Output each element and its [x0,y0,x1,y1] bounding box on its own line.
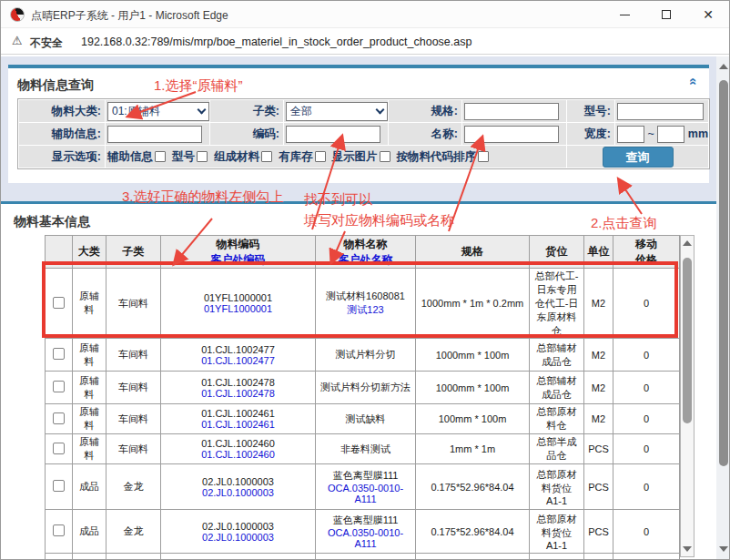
customer-code-link[interactable]: 01.CJL.1002478 [165,388,311,399]
row-checkbox[interactable] [53,524,65,536]
cell-category: 原辅料 [73,434,106,464]
maximize-button[interactable] [645,1,687,28]
cell-name: HCPET75-HT480 [316,554,416,560]
cell-spec: 100mm * 100m [416,404,530,434]
page-scroll-up-icon[interactable] [719,64,728,69]
column-header-1: 大类 [73,236,106,269]
display-option-checkbox[interactable] [261,151,272,162]
cell-spec: 1mm * 1m [416,434,530,464]
customer-code-link[interactable]: 01.CJL.1002461 [165,419,311,430]
material-category-select[interactable]: 01:原辅料 [107,102,209,121]
table-row-7: 01.FRM.1000002 100MM*40MHCPET75-HT480总部原… [46,554,680,560]
cell-code: 01YFL100000101YFL1000001 [161,269,316,339]
display-option-checkbox[interactable] [478,151,489,162]
title-bar: 点晴ERP子系统 - 用户1 - Microsoft Edge ✕ [1,1,729,28]
material-category-label: 物料大类: [19,100,105,122]
row-checkbox[interactable] [53,412,65,424]
minimize-button[interactable] [603,1,645,28]
cell-location: 总部原材料货位 A1-1 [530,464,584,510]
cell-category: 原辅料 [73,339,106,372]
name-label: 名称: [389,123,461,145]
cell-unit: PCS [584,434,613,464]
aux-info-input[interactable] [107,126,202,143]
cell-spec: 0.175*52.96*84.04 [416,464,530,510]
cell-unit: PCS [584,464,613,510]
material-table-panel: 物料基本信息 大类子类物料编码客户处编码物料名称客户处名称规格货位单位移动价格 … [1,204,716,560]
cell-location: 总部辅材成品仓 [530,339,584,372]
security-warning-label: 不安全 [30,36,63,51]
query-panel: 物料信息查询 » 物料大类: 01:原辅料 子类: 全部 规格: 型号: [8,65,709,183]
row-checkbox[interactable] [53,381,65,392]
display-option-label: 型号 [172,149,195,165]
display-option-checkbox[interactable] [315,151,326,162]
security-warning-icon[interactable]: ⚠ [12,34,23,47]
customer-code-link[interactable]: 02.JL0.1000003 [165,487,311,498]
display-option-checkbox[interactable] [155,151,166,162]
row-checkbox[interactable] [53,443,65,454]
page-content: 物料信息查询 » 物料大类: 01:原辅料 子类: 全部 规格: 型号: [1,56,730,560]
width-to-input[interactable] [657,126,684,143]
row-checkbox[interactable] [53,348,65,360]
cell-unit [584,554,613,560]
model-label: 型号: [567,100,614,122]
customer-name-link[interactable]: OCA.0350-0010-A111 [319,483,411,504]
table-scrollbar[interactable] [680,235,695,557]
customer-code-link[interactable]: 01YFL1000001 [165,303,311,314]
cell-price: 0 [613,404,680,434]
url-text[interactable]: 192.168.0.32:789/mis/mrp/boe_materiel_in… [81,36,471,48]
name-input[interactable] [464,126,559,143]
material-name: 蓝色离型膜111 [319,514,411,527]
width-unit: mm [688,127,708,139]
table-row-5: 成品金龙02.JL0.100000302.JL0.1000003蓝色离型膜111… [46,464,680,510]
display-option-label: 辅助信息 [107,149,153,165]
column-header-0 [46,236,73,269]
row-checkbox[interactable] [53,297,65,309]
column-header-7: 单位 [584,236,613,269]
page-scrollbar-thumb[interactable] [719,80,728,466]
cell-subcategory: 车间料 [106,372,161,404]
customer-code-link[interactable]: 01.CJL.1002460 [165,449,311,460]
customer-name-link[interactable]: OCA.0350-0010-A111 [319,527,411,549]
material-code: 01.CJL.1002478 [165,377,311,388]
customer-name-link[interactable]: 测试123 [319,303,411,317]
cell-spec: 0.175*52.96*84.04 [416,510,530,554]
material-code: 02.JL0.1000003 [165,521,311,532]
query-form: 物料大类: 01:原辅料 子类: 全部 规格: 型号: 辅助信息: 编码: 名称… [17,98,710,169]
cell-location: 总部原材料货位 A1-1 [530,510,584,554]
display-option-0: 辅助信息 [107,149,166,165]
scroll-down-icon[interactable] [683,546,692,552]
row-checkbox[interactable] [53,480,65,492]
cell-price: 0 [613,372,680,404]
cell-price: 0 [613,464,680,510]
model-input[interactable] [617,103,704,120]
close-icon: ✕ [703,8,714,21]
address-bar[interactable]: ⚠ 不安全 192.168.0.32:789/mis/mrp/boe_mater… [1,28,729,55]
cell-code: 01.FRM.1000002 100MM*40M [161,554,316,560]
material-name: 测试片料分切 [319,348,411,361]
page-scroll-down-icon[interactable] [719,546,728,552]
page-scrollbar[interactable] [716,56,730,560]
cell-location: 总部辅材成品仓 [530,372,584,404]
cell-category: 原辅料 [73,404,106,434]
cell-code: 01.CJL.100247801.CJL.1002478 [161,372,316,404]
close-button[interactable]: ✕ [687,1,729,28]
spec-input[interactable] [464,103,559,120]
width-from-input[interactable] [617,126,644,143]
customer-code-link[interactable]: 02.JL0.1000003 [165,532,311,543]
display-option-label: 显示图片 [332,149,378,165]
query-panel-title: 物料信息查询 [17,77,94,94]
code-input[interactable] [286,126,380,143]
display-option-checkbox[interactable] [380,151,390,162]
customer-code-link[interactable]: 01.CJL.1002477 [165,355,311,366]
display-option-checkbox[interactable] [197,151,208,162]
table-scrollbar-thumb[interactable] [683,258,692,423]
subcategory-select[interactable]: 全部 [286,102,388,121]
display-options-label: 显示选项: [19,146,105,168]
collapse-panel-icon[interactable]: » [683,77,698,85]
cell-name: 蓝色离型膜111OCA.0350-0010-A111 [316,510,416,554]
material-name: 测试缺料 [319,412,411,426]
search-button[interactable]: 查询 [603,147,674,168]
table-row-2: 原辅料车间料01.CJL.100247801.CJL.1002478测试片料分切… [46,372,680,404]
scroll-up-icon[interactable] [683,240,692,246]
cell-subcategory [106,554,161,560]
